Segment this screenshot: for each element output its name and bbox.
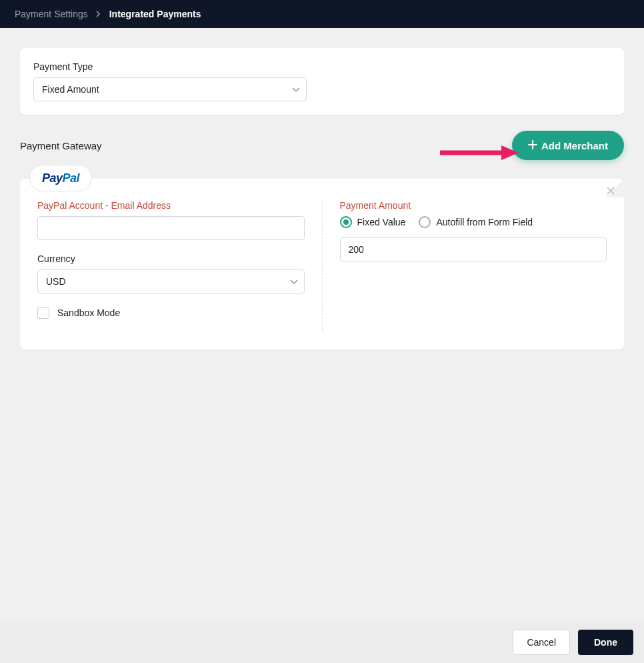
- sandbox-label: Sandbox Mode: [57, 307, 120, 318]
- footer-bar: Cancel Done: [0, 621, 644, 663]
- payment-type-value: Fixed Amount: [42, 84, 99, 95]
- add-merchant-label: Add Merchant: [541, 140, 608, 151]
- amount-radio-autofill-label: Autofill from Form Field: [436, 217, 533, 227]
- currency-value: USD: [46, 276, 66, 287]
- done-button[interactable]: Done: [578, 630, 633, 655]
- paypal-email-label: PayPal Account - Email Address: [37, 200, 305, 211]
- annotation-arrow-icon: [440, 145, 519, 163]
- chevron-right-icon: [96, 11, 101, 17]
- breadcrumb-parent[interactable]: Payment Settings: [15, 9, 88, 19]
- cancel-button[interactable]: Cancel: [513, 630, 570, 655]
- add-merchant-button[interactable]: Add Merchant: [512, 131, 624, 160]
- breadcrumb: Payment Settings Integrated Payments: [0, 0, 644, 28]
- provider-logo-a: Pay: [42, 171, 63, 185]
- currency-label: Currency: [37, 253, 305, 264]
- payment-gateway-title: Payment Gateway: [20, 140, 102, 151]
- breadcrumb-current: Integrated Payments: [109, 9, 201, 19]
- payment-type-card: Payment Type Fixed Amount: [20, 48, 624, 115]
- plus-icon: [528, 140, 537, 151]
- payment-amount-label: Payment Amount: [340, 200, 607, 211]
- gateway-card: PayPal PayPal Account - Email Address Cu…: [20, 179, 624, 350]
- amount-radio-fixed-label: Fixed Value: [357, 217, 406, 227]
- svg-marker-1: [501, 145, 519, 160]
- amount-radio-autofill[interactable]: [419, 216, 431, 228]
- amount-radio-fixed[interactable]: [340, 216, 352, 228]
- sandbox-checkbox[interactable]: [37, 307, 49, 319]
- paypal-tab[interactable]: PayPal: [29, 165, 92, 191]
- currency-select[interactable]: USD: [37, 269, 305, 293]
- payment-type-select[interactable]: Fixed Amount: [33, 77, 307, 101]
- provider-logo-b: Pal: [63, 171, 80, 185]
- close-icon[interactable]: [604, 184, 617, 197]
- payment-type-label: Payment Type: [33, 61, 611, 72]
- paypal-email-input[interactable]: [37, 216, 305, 240]
- payment-amount-input[interactable]: [340, 237, 607, 261]
